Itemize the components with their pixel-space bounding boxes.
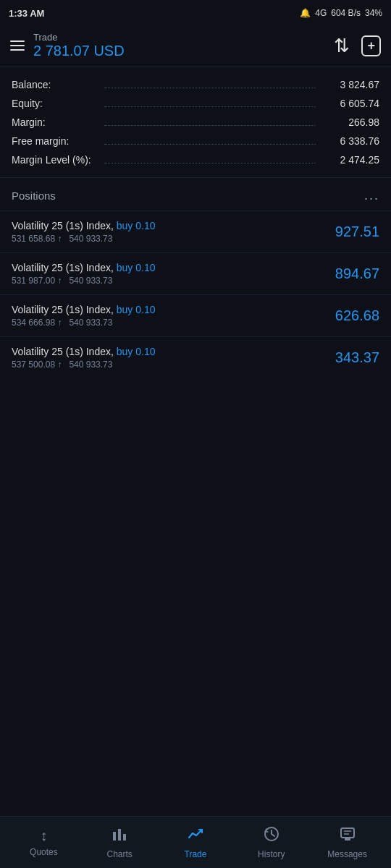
summary-label-4: Margin Level (%): (12, 154, 98, 166)
position-info-1: Volatility 25 (1s) Index, buy 0.10 531 9… (12, 262, 314, 286)
summary-dots-4 (104, 156, 316, 163)
nav-quotes[interactable]: ↕ Quotes (6, 823, 82, 861)
status-time: 1:33 AM (9, 8, 44, 19)
nav-messages[interactable]: Messages (309, 822, 385, 864)
sort-icon[interactable]: ⇅ (334, 35, 350, 57)
header-title-label: Trade (33, 32, 125, 43)
summary-row: Margin: 266.98 (12, 116, 379, 128)
trade-icon (188, 826, 203, 846)
position-info-0: Volatility 25 (1s) Index, buy 0.10 531 6… (12, 220, 314, 244)
status-alarm: 🔔 (300, 8, 311, 18)
position-prices-3: 537 500.08 ↑ 540 933.73 (12, 359, 314, 370)
content-area (0, 378, 391, 816)
svg-rect-0 (113, 832, 116, 841)
header-title-value: 2 781.07 USD (33, 43, 125, 59)
svg-rect-1 (118, 829, 121, 841)
summary-label-2: Margin: (12, 116, 98, 128)
hamburger-menu[interactable] (10, 41, 25, 51)
quotes-icon: ↕ (40, 827, 47, 844)
nav-quotes-label: Quotes (30, 847, 58, 857)
summary-row: Free margin: 6 338.76 (12, 135, 379, 147)
position-info-2: Volatility 25 (1s) Index, buy 0.10 534 6… (12, 304, 314, 328)
svg-rect-4 (341, 828, 354, 838)
status-bar: 1:33 AM 🔔 4G 604 B/s 34% (0, 0, 391, 26)
position-info-3: Volatility 25 (1s) Index, buy 0.10 537 5… (12, 346, 314, 370)
position-item[interactable]: Volatility 25 (1s) Index, buy 0.10 537 5… (0, 336, 391, 378)
status-signal: 4G (315, 8, 327, 18)
summary-value-1: 6 605.74 (321, 98, 379, 109)
position-name-3: Volatility 25 (1s) Index, buy 0.10 (12, 346, 314, 357)
nav-messages-label: Messages (327, 849, 367, 859)
position-prices-1: 531 987.00 ↑ 540 933.73 (12, 276, 314, 286)
position-item[interactable]: Volatility 25 (1s) Index, buy 0.10 531 9… (0, 252, 391, 294)
position-profit-2: 626.68 (314, 307, 379, 324)
nav-trade[interactable]: Trade (158, 822, 234, 864)
position-profit-3: 343.37 (314, 349, 379, 366)
nav-history-label: History (258, 849, 285, 859)
summary-row: Balance: 3 824.67 (12, 79, 379, 90)
add-position-icon[interactable]: + (361, 35, 381, 56)
summary-value-4: 2 474.25 (321, 154, 379, 166)
position-profit-1: 894.67 (314, 265, 379, 282)
summary-value-2: 266.98 (321, 116, 379, 128)
position-name-0: Volatility 25 (1s) Index, buy 0.10 (12, 220, 314, 231)
header-left: Trade 2 781.07 USD (10, 32, 125, 59)
status-battery: 34% (365, 8, 382, 18)
summary-row: Margin Level (%): 2 474.25 (12, 154, 379, 166)
summary-label-3: Free margin: (12, 135, 98, 147)
header: Trade 2 781.07 USD ⇅ + (0, 26, 391, 67)
history-icon (264, 826, 279, 846)
nav-charts[interactable]: Charts (82, 822, 158, 864)
position-name-2: Volatility 25 (1s) Index, buy 0.10 (12, 304, 314, 315)
status-right: 🔔 4G 604 B/s 34% (300, 8, 382, 18)
bottom-nav: ↕ Quotes Charts Trade (0, 816, 391, 868)
summary-label-0: Balance: (12, 79, 98, 90)
summary-section: Balance: 3 824.67 Equity: 6 605.74 Margi… (0, 67, 391, 178)
nav-history[interactable]: History (233, 822, 309, 864)
charts-icon (112, 826, 127, 846)
nav-charts-label: Charts (107, 849, 133, 859)
position-prices-0: 531 658.68 ↑ 540 933.73 (12, 234, 314, 244)
summary-dots-1 (104, 100, 316, 107)
positions-menu-button[interactable]: ... (364, 188, 379, 203)
summary-dots-2 (104, 119, 316, 126)
summary-dots-0 (104, 81, 316, 88)
positions-list: Volatility 25 (1s) Index, buy 0.10 531 6… (0, 210, 391, 378)
summary-row: Equity: 6 605.74 (12, 98, 379, 109)
position-profit-0: 927.51 (314, 224, 379, 240)
summary-value-0: 3 824.67 (321, 79, 379, 90)
messages-icon (340, 826, 356, 846)
positions-title: Positions (12, 190, 56, 202)
position-item[interactable]: Volatility 25 (1s) Index, buy 0.10 534 6… (0, 294, 391, 336)
summary-dots-3 (104, 137, 316, 145)
position-prices-2: 534 666.98 ↑ 540 933.73 (12, 318, 314, 328)
summary-label-1: Equity: (12, 98, 98, 109)
header-actions: ⇅ + (334, 35, 381, 57)
summary-value-3: 6 338.76 (321, 135, 379, 147)
header-title-block: Trade 2 781.07 USD (33, 32, 125, 59)
position-name-1: Volatility 25 (1s) Index, buy 0.10 (12, 262, 314, 273)
positions-header: Positions ... (0, 178, 391, 210)
svg-rect-2 (123, 834, 126, 841)
status-data-speed: 604 B/s (331, 8, 361, 18)
nav-trade-label: Trade (185, 849, 207, 859)
position-item[interactable]: Volatility 25 (1s) Index, buy 0.10 531 6… (0, 210, 391, 252)
